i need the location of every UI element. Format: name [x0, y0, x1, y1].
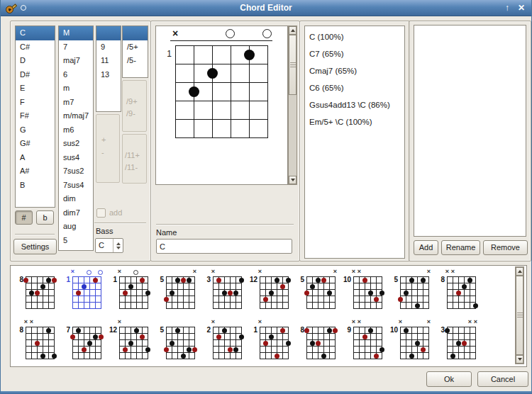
root-item[interactable]: G#: [16, 137, 55, 151]
extension-item[interactable]: 13: [96, 68, 121, 82]
titlebar[interactable]: Chord Editor ↑ ✕: [1, 0, 531, 16]
root-item[interactable]: D: [16, 54, 55, 68]
editor-scrollbar[interactable]: [288, 26, 297, 185]
alteration-5-item[interactable]: /5-: [123, 54, 148, 68]
library-list[interactable]: [414, 25, 526, 237]
voicings-panel: 81×1×5×3×12×5×10××5×8××8××712×52×1×89××1…: [10, 265, 527, 367]
type-item[interactable]: m: [59, 81, 93, 96]
chord-voicing-diagram[interactable]: 5×: [389, 269, 433, 312]
chord-name-item[interactable]: C6 (65%): [305, 79, 404, 96]
editor-scrollbar-thumb[interactable]: [289, 35, 297, 95]
alteration-11-minus: /11-: [125, 162, 146, 174]
chord-voicing-diagram[interactable]: 1×: [108, 269, 152, 312]
root-item[interactable]: C#: [16, 40, 55, 55]
root-item[interactable]: A: [16, 151, 55, 165]
type-item[interactable]: sus2: [59, 137, 93, 151]
voicings-scrollbar[interactable]: [515, 266, 524, 364]
chord-voicing-diagram[interactable]: 5×: [295, 269, 339, 312]
chord-voicing-diagram[interactable]: 8××: [436, 269, 480, 312]
chord-name-item[interactable]: Cmaj7 (65%): [305, 62, 404, 79]
close-icon[interactable]: ✕: [518, 3, 525, 13]
chord-voicing-diagram[interactable]: 8: [14, 269, 58, 312]
chord-voicing-diagram[interactable]: 9××: [342, 320, 386, 362]
ok-button[interactable]: Ok: [426, 371, 472, 387]
type-item[interactable]: m7: [59, 96, 93, 110]
muted-string-marker: ×: [210, 319, 216, 325]
root-item[interactable]: D#: [16, 68, 55, 82]
type-item[interactable]: maj7: [59, 54, 93, 68]
chord-voicing-diagram[interactable]: 5: [155, 320, 199, 362]
rename-button[interactable]: Rename: [441, 240, 480, 255]
extension-item[interactable]: 11: [96, 54, 121, 68]
fret-number: 5: [155, 276, 164, 283]
chord-voicing-diagram[interactable]: 2×: [201, 320, 245, 362]
root-item[interactable]: B: [16, 179, 55, 193]
chord-voicing-diagram[interactable]: 10××: [389, 320, 433, 362]
finger-dot[interactable]: [207, 68, 218, 79]
open-string-marker[interactable]: [226, 29, 235, 38]
chord-voicing-diagram[interactable]: 12×: [108, 320, 152, 362]
type-item[interactable]: M: [59, 26, 93, 40]
remove-button[interactable]: Remove: [483, 240, 528, 255]
root-item[interactable]: F: [16, 96, 55, 110]
chord-voicing-diagram[interactable]: 3×: [201, 269, 245, 312]
root-item[interactable]: C: [16, 26, 55, 40]
finger-dot: [216, 278, 221, 283]
chord-name-item[interactable]: C (100%): [305, 28, 404, 45]
alteration-5-item[interactable]: [123, 26, 148, 40]
bass-combo[interactable]: C: [95, 238, 123, 253]
chord-voicing-diagram[interactable]: 10××: [342, 269, 386, 312]
chord-name-input[interactable]: [156, 239, 292, 254]
type-item[interactable]: 7sus2: [59, 164, 93, 179]
sharp-button[interactable]: #: [15, 210, 33, 225]
type-item[interactable]: m/maj7: [59, 109, 93, 123]
cancel-button[interactable]: Cancel: [477, 371, 528, 387]
type-item[interactable]: dim: [59, 192, 93, 206]
chord-name-item[interactable]: C7 (65%): [305, 45, 404, 62]
scroll-down-icon[interactable]: [289, 176, 297, 184]
finger-dot[interactable]: [244, 50, 255, 60]
type-item[interactable]: m6: [59, 123, 93, 137]
type-item[interactable]: 7sus4: [59, 179, 93, 193]
chord-voicing-diagram[interactable]: 5×: [155, 269, 199, 312]
chord-voicing-diagram[interactable]: 7: [61, 320, 105, 362]
add-button[interactable]: Add: [414, 240, 438, 255]
root-item[interactable]: E: [16, 81, 55, 96]
root-item[interactable]: A#: [16, 164, 55, 179]
finger-dot[interactable]: [189, 86, 199, 97]
open-string-marker[interactable]: [262, 29, 272, 38]
chord-voicing-diagram[interactable]: 8××: [14, 320, 58, 362]
maximize-icon[interactable]: ↑: [505, 3, 509, 13]
root-item[interactable]: G: [16, 123, 55, 137]
scroll-up-icon[interactable]: [289, 26, 297, 35]
chord-name-item[interactable]: Gsus4add13 \C (86%): [305, 96, 404, 113]
settings-button[interactable]: Settings: [13, 239, 57, 254]
type-item[interactable]: 6: [59, 68, 93, 82]
scroll-down-icon[interactable]: [516, 355, 523, 364]
combo-spinner-icon[interactable]: [113, 239, 123, 252]
finger-dot: [421, 347, 426, 352]
finger-dot: [316, 341, 321, 346]
chord-name-item[interactable]: Em/5+ \C (100%): [305, 113, 404, 130]
add-checkbox[interactable]: [96, 208, 106, 218]
type-item[interactable]: dim7: [59, 206, 93, 220]
finger-dot: [316, 278, 321, 283]
chord-voicing-diagram[interactable]: 12×: [248, 269, 292, 312]
root-item[interactable]: F#: [16, 109, 55, 123]
extension-item[interactable]: [96, 26, 121, 40]
muted-string-marker[interactable]: ×: [171, 28, 179, 39]
chord-voicing-diagram[interactable]: 8: [295, 320, 339, 362]
flat-button[interactable]: b: [36, 210, 54, 225]
diagram-editor-canvas[interactable]: 1 ×: [155, 26, 288, 185]
type-item[interactable]: sus4: [59, 151, 93, 165]
type-item[interactable]: 7: [59, 40, 93, 55]
chord-voicing-diagram[interactable]: 3××: [436, 320, 480, 362]
scroll-up-icon[interactable]: [516, 267, 523, 276]
type-item[interactable]: aug: [59, 220, 93, 234]
extension-item[interactable]: 9: [96, 40, 121, 55]
chord-voicing-diagram[interactable]: 1×: [248, 320, 292, 362]
alteration-5-item[interactable]: /5+: [123, 40, 148, 55]
type-item[interactable]: 5: [59, 234, 93, 248]
chord-voicing-diagram[interactable]: 1×: [61, 269, 105, 312]
voicings-scrollbar-thumb[interactable]: [516, 276, 523, 355]
